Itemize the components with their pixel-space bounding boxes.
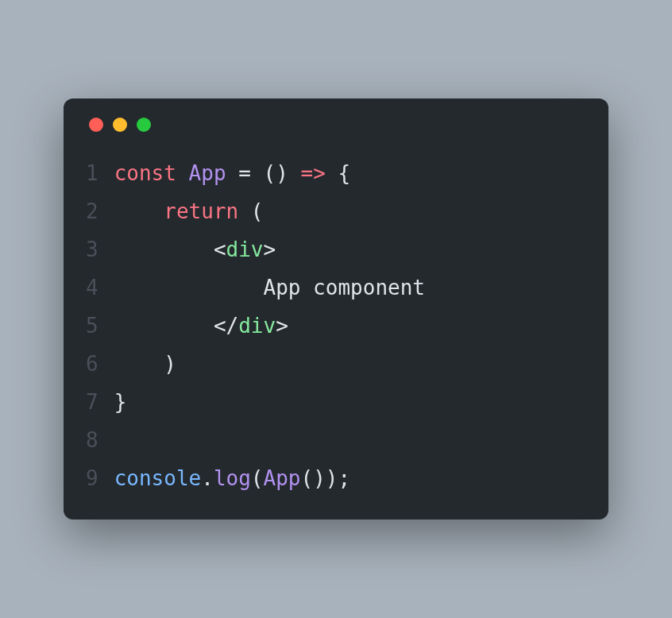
code-content[interactable]: const App = () => { return ( <div> App c… — [114, 154, 586, 498]
code-token: </ — [214, 314, 238, 338]
code-token: > — [276, 314, 288, 338]
code-token: . — [201, 466, 214, 490]
code-line: } — [114, 383, 586, 421]
code-token: div — [238, 314, 276, 338]
code-token: ()); — [300, 466, 350, 490]
code-token: > — [264, 238, 276, 261]
code-token: => — [300, 161, 338, 185]
minimize-icon[interactable] — [113, 118, 127, 132]
code-token: const — [114, 161, 189, 185]
code-token: } — [114, 390, 127, 414]
code-line: App component — [114, 268, 586, 307]
code-token: return — [164, 199, 251, 223]
code-token: ( — [251, 466, 264, 490]
code-token: ) — [114, 352, 176, 376]
code-token: = — [238, 161, 263, 185]
line-number: 3 — [86, 230, 98, 268]
code-token: () — [264, 161, 301, 185]
code-token: ( — [251, 199, 264, 223]
code-token: < — [214, 238, 226, 261]
code-token: div — [226, 238, 264, 261]
code-line: return ( — [114, 192, 586, 230]
code-line: ) — [114, 345, 586, 383]
line-number: 4 — [86, 268, 98, 307]
code-line — [114, 421, 586, 459]
code-line: console.log(App()); — [114, 459, 586, 497]
window-titlebar — [86, 118, 586, 132]
code-token: App — [264, 466, 301, 490]
code-window: 123456789 const App = () => { return ( <… — [64, 98, 608, 520]
code-token — [114, 314, 214, 338]
code-line: <div> — [114, 230, 586, 268]
zoom-icon[interactable] — [137, 118, 151, 132]
line-number: 8 — [86, 421, 98, 459]
line-number-gutter: 123456789 — [86, 154, 114, 498]
line-number: 6 — [86, 345, 98, 383]
code-line: </div> — [114, 307, 586, 345]
line-number: 5 — [86, 307, 98, 345]
code-token — [114, 238, 214, 261]
code-token: App component — [114, 276, 425, 299]
code-line: const App = () => { — [114, 154, 586, 192]
code-editor: 123456789 const App = () => { return ( <… — [86, 154, 586, 498]
code-token: { — [338, 161, 350, 185]
line-number: 1 — [86, 154, 98, 192]
line-number: 9 — [86, 459, 98, 497]
close-icon[interactable] — [89, 118, 103, 132]
code-token — [114, 199, 164, 223]
line-number: 7 — [86, 383, 98, 421]
code-token: log — [214, 466, 251, 490]
code-token: console — [114, 466, 202, 490]
line-number: 2 — [86, 192, 98, 230]
code-token: App — [189, 161, 239, 185]
